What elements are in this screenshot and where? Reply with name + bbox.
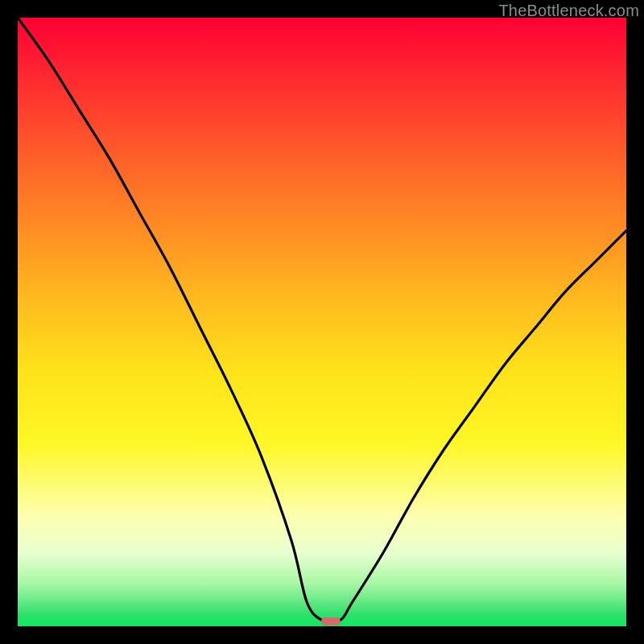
bottleneck-curve [18, 18, 626, 626]
plot-area [18, 18, 626, 626]
chart-frame: TheBottleneck.com [0, 0, 644, 644]
optimal-marker [321, 617, 341, 626]
watermark-text: TheBottleneck.com [498, 2, 639, 20]
